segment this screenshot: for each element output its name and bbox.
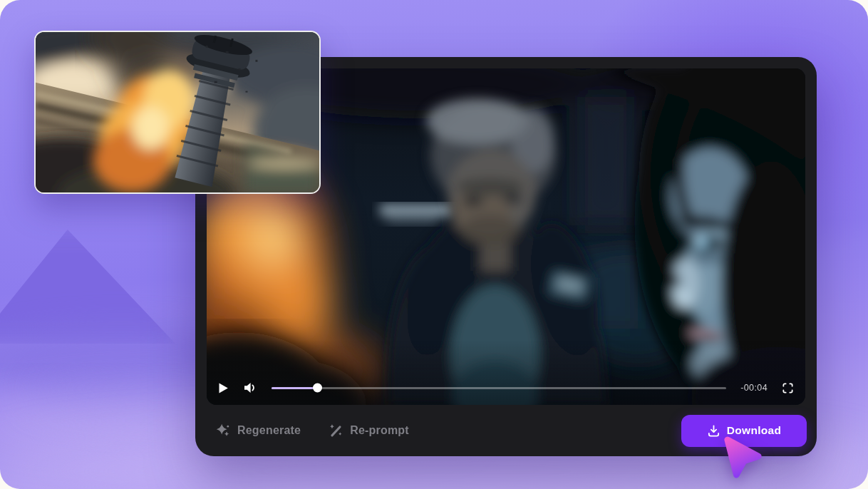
sparkles-icon	[215, 423, 231, 438]
seek-handle[interactable]	[313, 384, 322, 393]
download-button[interactable]: Download	[681, 415, 807, 447]
play-button[interactable]	[218, 382, 229, 394]
thumbnail-image	[36, 32, 319, 192]
regenerate-button[interactable]: Regenerate	[215, 423, 301, 438]
regenerate-label: Regenerate	[237, 424, 301, 437]
reprompt-button[interactable]: Re-prompt	[328, 423, 409, 438]
fullscreen-icon	[782, 382, 794, 394]
download-label: Download	[727, 424, 781, 437]
fullscreen-button[interactable]	[782, 382, 794, 394]
seek-bar-fill	[272, 387, 317, 389]
time-remaining: -00:04	[740, 383, 768, 393]
generated-clip-thumbnail[interactable]	[34, 31, 321, 194]
volume-icon	[243, 381, 257, 394]
wand-icon	[328, 423, 343, 438]
page-background: -00:04 Regenerate	[0, 0, 868, 489]
play-icon	[218, 382, 229, 394]
player-controls: -00:04	[207, 371, 805, 405]
seek-bar[interactable]	[272, 387, 726, 389]
download-icon	[707, 424, 720, 438]
reprompt-label: Re-prompt	[350, 424, 409, 437]
volume-button[interactable]	[243, 381, 257, 394]
player-toolbar: Regenerate Re-prompt Download	[195, 405, 817, 456]
